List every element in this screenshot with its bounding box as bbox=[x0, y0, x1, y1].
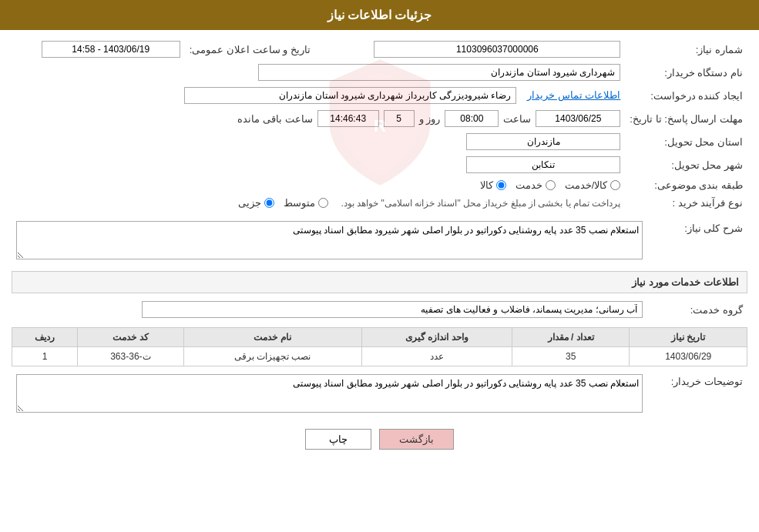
cell-tarikh: 1403/06/29 bbox=[630, 347, 747, 366]
radio-kala-khadamat[interactable] bbox=[610, 180, 620, 190]
shahr-input[interactable] bbox=[466, 156, 620, 173]
col-radif: ردیف bbox=[12, 328, 78, 347]
row-sharh: شرح کلی نیاز: استعلام نصب 35 عدد پایه رو… bbox=[12, 218, 747, 265]
radio-kala[interactable] bbox=[496, 180, 506, 190]
mohlet-label: مهلت ارسال پاسخ: تا تاریخ: bbox=[625, 107, 747, 130]
detail-table: تاریخ نیاز تعداد / مقدار واحد اندازه گیر… bbox=[12, 327, 747, 366]
radio-kala-label[interactable]: کالا bbox=[480, 179, 506, 191]
tosif-section: توضیحات خریدار: استعلام نصب 35 عدد پایه … bbox=[12, 371, 747, 418]
sharh-section: شرح کلی نیاز: استعلام نصب 35 عدد پایه رو… bbox=[12, 218, 747, 265]
khadamat-text: خدمت bbox=[516, 179, 542, 191]
sharh-label: شرح کلی نیاز: bbox=[647, 218, 747, 265]
row-dastgah: نام دستگاه خریدار: bbox=[12, 61, 747, 84]
radio-mottasset[interactable] bbox=[318, 198, 328, 208]
ostan-label: استان محل تحویل: bbox=[625, 130, 747, 153]
radio-jozi-label[interactable]: جزیی bbox=[238, 197, 274, 209]
noe-description: پرداخت تمام یا بخشی از مبلغ خریداز محل "… bbox=[341, 198, 620, 209]
row-ijad: ایجاد کننده درخواست: اطلاعات تماس خریدار bbox=[12, 84, 747, 107]
jozi-text: جزیی bbox=[238, 197, 261, 209]
section-khadamat-title: اطلاعات خدمات مورد نیاز bbox=[12, 271, 747, 293]
button-group: بازگشت چاپ bbox=[12, 429, 747, 450]
cell-tedad: 35 bbox=[512, 347, 629, 366]
mohlet-saat-input[interactable] bbox=[445, 110, 499, 127]
cell-radif: 1 bbox=[12, 347, 78, 366]
mohlet-roz-input[interactable] bbox=[384, 110, 415, 127]
kala-khadamat-text: کالا/خدمت bbox=[565, 179, 608, 191]
dastgah-label: نام دستگاه خریدار: bbox=[625, 61, 747, 84]
mohlet-date-input[interactable] bbox=[536, 110, 620, 127]
roz-label: روز و bbox=[419, 113, 441, 125]
row-tosif: توضیحات خریدار: استعلام نصب 35 عدد پایه … bbox=[12, 371, 747, 418]
gorohe-input[interactable] bbox=[142, 301, 643, 318]
ettela-tamas-link[interactable]: اطلاعات تماس خریدار bbox=[527, 89, 620, 101]
tarikh-label: تاریخ و ساعت اعلان عمومی: bbox=[185, 38, 326, 61]
shahr-label: شهر محل تحویل: bbox=[625, 153, 747, 176]
table-body: 1403/06/29 35 عدد نصب تجهیزات برقی ت-36-… bbox=[12, 347, 747, 366]
mohlet-baqi-input[interactable] bbox=[317, 110, 379, 127]
row-gorohe: گروه خدمت: bbox=[12, 298, 747, 321]
sharh-textarea[interactable]: استعلام نصب 35 عدد پایه روشنایی دکوراتیو… bbox=[16, 221, 643, 259]
col-tedad: تعداد / مقدار bbox=[512, 328, 629, 347]
tabaqe-label: طبقه بندی موضوعی: bbox=[625, 176, 747, 194]
radio-kala-khadamat-label[interactable]: کالا/خدمت bbox=[565, 179, 621, 191]
tosif-value-cell: استعلام نصب 35 عدد پایه روشنایی دکوراتیو… bbox=[12, 371, 647, 418]
page-header: جزئیات اطلاعات نیاز bbox=[0, 0, 759, 30]
ijad-input[interactable] bbox=[184, 87, 516, 104]
tosif-label: توضیحات خریدار: bbox=[647, 371, 747, 418]
ijad-label: ایجاد کننده درخواست: bbox=[625, 84, 747, 107]
kala-text: کالا bbox=[480, 179, 493, 191]
row-noe-farayand: نوع فرآیند خرید : پرداخت تمام یا بخشی از… bbox=[12, 194, 747, 212]
row-shomara-tarikh: شماره نیاز: تاریخ و ساعت اعلان عمومی: bbox=[12, 38, 747, 61]
gorohe-label: گروه خدمت: bbox=[647, 298, 747, 321]
radio-khadamat-label[interactable]: خدمت bbox=[516, 179, 556, 191]
radio-khadamat[interactable] bbox=[546, 180, 556, 190]
row-tabaqe: طبقه بندی موضوعی: کالا/خدمت خدمت bbox=[12, 176, 747, 194]
sharh-value-cell: استعلام نصب 35 عدد پایه روشنایی دکوراتیو… bbox=[12, 218, 647, 265]
dastgah-input[interactable] bbox=[258, 64, 621, 81]
radio-mottasset-label[interactable]: متوسط bbox=[284, 197, 328, 209]
print-button[interactable]: چاپ bbox=[305, 429, 371, 450]
tarikh-value bbox=[12, 38, 185, 61]
back-button[interactable]: بازگشت bbox=[379, 429, 454, 450]
col-tarikh-niaz: تاریخ نیاز bbox=[630, 328, 747, 347]
info-section: شماره نیاز: تاریخ و ساعت اعلان عمومی: نا… bbox=[12, 38, 747, 212]
col-code: کد خدمت bbox=[78, 328, 183, 347]
shomara-input[interactable] bbox=[374, 41, 620, 58]
row-mohlet: مهلت ارسال پاسخ: تا تاریخ: ساعت روز و سا… bbox=[12, 107, 747, 130]
ostan-input[interactable] bbox=[466, 133, 620, 150]
mottasset-text: متوسط bbox=[284, 197, 315, 209]
saat-label: ساعت bbox=[503, 113, 531, 125]
cell-code: ت-36-363 bbox=[78, 347, 183, 366]
gorohe-value bbox=[12, 298, 647, 321]
col-nam-khadamat: نام خدمت bbox=[183, 328, 361, 347]
gorohe-section: گروه خدمت: bbox=[12, 298, 747, 321]
row-shahr: شهر محل تحویل: bbox=[12, 153, 747, 176]
radio-jozi[interactable] bbox=[264, 198, 274, 208]
table-row: 1403/06/29 35 عدد نصب تجهیزات برقی ت-36-… bbox=[12, 347, 747, 366]
cell-nam: نصب تجهیزات برقی bbox=[183, 347, 361, 366]
tarikh-input[interactable] bbox=[42, 41, 180, 58]
col-vahed: واحد اندازه گیری bbox=[361, 328, 512, 347]
shomara-value bbox=[326, 38, 626, 61]
header-title: جزئیات اطلاعات نیاز bbox=[327, 8, 432, 22]
shomara-label: شماره نیاز: bbox=[625, 38, 747, 61]
baqi-label: ساعت باقی مانده bbox=[237, 113, 312, 125]
cell-vahed: عدد bbox=[361, 347, 512, 366]
tosif-textarea[interactable]: استعلام نصب 35 عدد پایه روشنایی دکوراتیو… bbox=[16, 374, 643, 413]
row-ostan: استان محل تحویل: bbox=[12, 130, 747, 153]
table-header: تاریخ نیاز تعداد / مقدار واحد اندازه گیر… bbox=[12, 328, 747, 347]
noe-farayand-label: نوع فرآیند خرید : bbox=[625, 194, 747, 212]
